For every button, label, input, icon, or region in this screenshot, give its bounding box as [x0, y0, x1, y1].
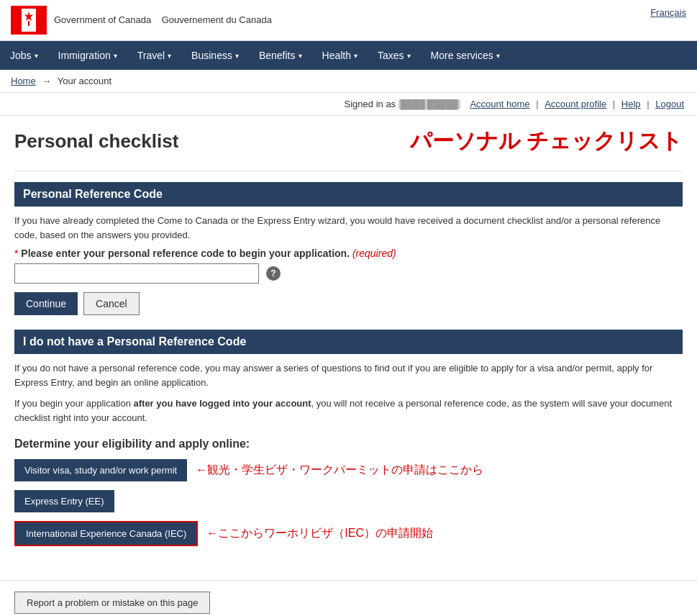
canada-flag-icon [11, 6, 47, 35]
nav-benefits-arrow: ▾ [299, 52, 302, 60]
help-icon[interactable]: ? [266, 266, 281, 281]
help-link[interactable]: Help [621, 99, 641, 109]
nav-travel-arrow: ▾ [168, 52, 171, 60]
page-footer: Report a problem or mistake on this page [0, 580, 697, 616]
nav-more-services-arrow: ▾ [496, 52, 500, 60]
section2-info2: If you begin your application after you … [14, 397, 683, 425]
nav-taxes[interactable]: Taxes ▾ [368, 41, 421, 70]
section2-info1: If you do not have a personal reference … [14, 361, 683, 389]
breadcrumb-current: Your account [58, 76, 111, 86]
signed-in-label: Signed in as [345, 99, 396, 109]
form-label-row: * Please enter your personal reference c… [14, 248, 683, 259]
main-nav: Jobs ▾ Immigration ▾ Travel ▾ Business ▾… [0, 41, 697, 70]
section-no-reference-code: I do not have a Personal Reference Code … [14, 330, 683, 546]
page-title-row: Personal checklist パーソナル チェックリスト [14, 127, 683, 156]
section1-btn-row: Continue Cancel [14, 292, 683, 315]
svg-rect-2 [36, 9, 43, 32]
svg-rect-4 [28, 21, 29, 26]
sep2: | [613, 99, 615, 109]
account-home-link[interactable]: Account home [470, 99, 529, 109]
nav-jobs[interactable]: Jobs ▾ [0, 41, 48, 70]
nav-more-services[interactable]: More services ▾ [421, 41, 510, 70]
form-label-text: Please enter your personal reference cod… [21, 248, 350, 259]
main-content: Personal checklist パーソナル チェックリスト Persona… [0, 116, 697, 566]
section1-header: Personal Reference Code [14, 182, 683, 207]
required-text: (required) [352, 248, 396, 259]
nav-travel[interactable]: Travel ▾ [127, 41, 181, 70]
breadcrumb: Home → Your account [0, 70, 697, 93]
nav-health-arrow: ▾ [354, 52, 357, 60]
section2-info2-bold: after you have logged into your account [134, 398, 311, 409]
language-toggle-link[interactable]: Français [650, 7, 686, 18]
continue-button[interactable]: Continue [14, 292, 78, 315]
svg-rect-0 [14, 9, 22, 32]
iec-button[interactable]: International Experience Canada (IEC) [14, 521, 198, 546]
gov-logo: Government of Canada Gouvernement du Can… [11, 6, 272, 35]
breadcrumb-home-link[interactable]: Home [11, 76, 36, 86]
apply-title: Determine your eligibility and apply onl… [14, 438, 683, 450]
nav-immigration-arrow: ▾ [114, 52, 117, 60]
page-title-en: Personal checklist [14, 130, 178, 153]
nav-jobs-arrow: ▾ [35, 52, 38, 60]
gov-header: Government of Canada Gouvernement du Can… [0, 0, 697, 41]
sep3: | [647, 99, 649, 109]
nav-health[interactable]: Health ▾ [312, 41, 368, 70]
cancel-button[interactable]: Cancel [83, 292, 140, 315]
logout-link[interactable]: Logout [655, 99, 684, 109]
sep1: | [536, 99, 538, 109]
title-divider [14, 171, 683, 171]
nav-taxes-arrow: ▾ [407, 52, 411, 60]
breadcrumb-separator: → [42, 76, 51, 86]
visitor-visa-annotation: ←観光・学生ビザ・ワークパーミットの申請はここから [196, 463, 483, 478]
required-asterisk: * [14, 248, 21, 259]
nav-business-arrow: ▾ [235, 52, 239, 60]
express-entry-row: Express Entry (EE) [14, 490, 683, 512]
apply-section: Determine your eligibility and apply onl… [14, 438, 683, 546]
iec-annotation: ←ここからワーホリビザ（IEC）の申請開始 [206, 526, 433, 541]
report-problem-button[interactable]: Report a problem or mistake on this page [14, 592, 210, 614]
visitor-visa-button[interactable]: Visitor visa, study and/or work permit [14, 459, 187, 481]
nav-benefits[interactable]: Benefits ▾ [249, 41, 312, 70]
account-profile-link[interactable]: Account profile [545, 99, 606, 109]
section1-info1: If you have already completed the Come t… [14, 214, 683, 242]
gov-name: Government of Canada Gouvernement du Can… [54, 14, 272, 27]
express-entry-button[interactable]: Express Entry (EE) [14, 490, 114, 512]
section2-header: I do not have a Personal Reference Code [14, 330, 683, 354]
iec-row: International Experience Canada (IEC) ←こ… [14, 521, 683, 546]
reference-code-input[interactable] [14, 263, 259, 284]
page-title-ja: パーソナル チェックリスト [410, 127, 683, 156]
nav-business[interactable]: Business ▾ [181, 41, 249, 70]
nav-immigration[interactable]: Immigration ▾ [48, 41, 127, 70]
account-bar: Signed in as ████ █████ Account home | A… [0, 93, 697, 116]
username-blurred: ████ █████ [398, 99, 460, 109]
visitor-visa-row: Visitor visa, study and/or work permit ←… [14, 459, 683, 481]
reference-code-input-row: ? [14, 263, 683, 284]
section-personal-reference-code: Personal Reference Code If you have alre… [14, 182, 683, 315]
